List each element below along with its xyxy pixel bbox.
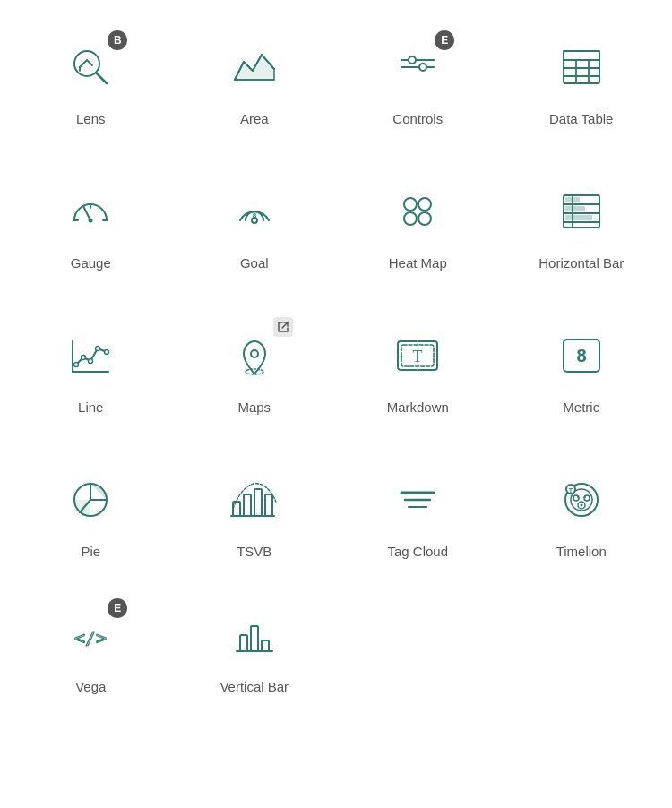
horizontal-bar-icon-wrap (550, 180, 613, 243)
metric-icon: 8 (558, 332, 605, 379)
lens-label: Lens (76, 111, 106, 126)
lens-item[interactable]: B Lens (9, 18, 173, 135)
svg-text:8: 8 (576, 346, 586, 365)
line-icon-wrap (59, 324, 122, 387)
goal-item[interactable]: 8 Goal (173, 162, 337, 279)
svg-rect-74 (240, 635, 247, 651)
svg-rect-76 (262, 640, 269, 651)
metric-icon-wrap: 8 (550, 324, 613, 387)
line-item[interactable]: Line (9, 306, 173, 424)
tsvb-label: TSVB (237, 544, 271, 559)
tsvb-item[interactable]: TSVB (173, 451, 337, 568)
heat-map-label: Heat Map (389, 255, 447, 271)
lens-icon-wrap: B (59, 36, 122, 99)
heat-map-item[interactable]: Heat Map (336, 162, 500, 279)
controls-item[interactable]: E Controls (336, 18, 500, 135)
svg-point-66 (573, 495, 579, 501)
tsvb-icon (228, 477, 281, 523)
horizontal-bar-label: Horizontal Bar (538, 255, 624, 271)
area-icon-wrap (223, 36, 286, 99)
svg-rect-8 (564, 51, 599, 83)
tsvb-icon-wrap (223, 468, 286, 531)
maps-icon (231, 332, 278, 379)
svg-point-38 (89, 359, 93, 364)
pie-label: Pie (81, 544, 100, 559)
timelion-item[interactable]: T Timelion (500, 451, 664, 568)
controls-icon-wrap: E (386, 36, 449, 99)
svg-point-69 (577, 496, 579, 498)
data-table-icon-wrap (550, 36, 613, 99)
svg-rect-55 (244, 494, 251, 516)
vertical-bar-icon (231, 612, 278, 658)
tag-cloud-label: Tag Cloud (387, 544, 448, 559)
lens-badge: B (108, 30, 127, 50)
svg-point-25 (418, 212, 431, 225)
svg-text:T: T (569, 487, 573, 494)
empty-3 (336, 586, 500, 703)
svg-rect-31 (565, 215, 592, 220)
external-link-icon (277, 321, 289, 333)
svg-point-36 (74, 363, 79, 367)
markdown-icon-wrap: T (386, 324, 449, 387)
goal-label: Goal (240, 255, 269, 271)
svg-text:8: 8 (253, 211, 257, 219)
area-icon (231, 44, 278, 90)
svg-point-22 (404, 198, 417, 211)
vega-label: Vega (75, 679, 106, 694)
tag-cloud-icon (394, 477, 441, 523)
svg-line-15 (83, 206, 90, 220)
markdown-icon: T (394, 332, 441, 379)
pie-icon-wrap (59, 468, 122, 531)
area-label: Area (240, 111, 269, 126)
svg-point-40 (105, 350, 109, 355)
svg-rect-30 (565, 206, 585, 211)
heat-map-icon-wrap (386, 180, 449, 243)
heat-map-icon (394, 188, 441, 235)
svg-point-39 (96, 347, 100, 351)
lens-icon (67, 44, 114, 90)
maps-item[interactable]: Maps (173, 306, 337, 424)
svg-point-24 (404, 212, 417, 225)
line-icon (67, 332, 114, 379)
gauge-item[interactable]: Gauge (9, 162, 173, 279)
data-table-item[interactable]: Data Table (500, 18, 664, 135)
empty-4 (500, 586, 664, 703)
svg-line-1 (96, 73, 107, 83)
pie-icon (67, 477, 114, 523)
controls-badge: E (435, 30, 454, 50)
vega-item[interactable]: E </> Vega (9, 586, 173, 703)
goal-icon: 8 (231, 188, 278, 235)
svg-point-6 (409, 56, 416, 64)
metric-label: Metric (563, 400, 599, 415)
area-item[interactable]: Area (173, 18, 337, 135)
svg-point-67 (584, 495, 590, 501)
svg-line-41 (282, 322, 288, 328)
bottom-grid: E </> Vega Vertical Bar (0, 586, 672, 730)
controls-label: Controls (392, 111, 443, 126)
svg-rect-57 (265, 494, 272, 516)
vertical-bar-icon-wrap (223, 604, 286, 666)
gauge-label: Gauge (71, 255, 111, 271)
svg-text:</>: </> (74, 627, 107, 649)
markdown-item[interactable]: T Markdown (336, 306, 500, 424)
data-table-icon (558, 44, 605, 90)
timelion-label: Timelion (556, 544, 607, 559)
line-label: Line (78, 400, 103, 415)
svg-point-42 (251, 350, 258, 357)
timelion-icon-wrap: T (550, 468, 613, 531)
svg-text:T: T (413, 348, 423, 365)
pie-item[interactable]: Pie (9, 451, 173, 568)
markdown-label: Markdown (387, 400, 449, 415)
vega-badge: E (108, 598, 127, 618)
goal-icon-wrap: 8 (223, 180, 286, 243)
horizontal-bar-icon (558, 188, 605, 235)
svg-point-7 (419, 64, 426, 71)
vertical-bar-label: Vertical Bar (220, 679, 289, 694)
metric-item[interactable]: 8 Metric (500, 306, 664, 424)
horizontal-bar-item[interactable]: Horizontal Bar (500, 162, 664, 279)
timelion-icon: T (558, 477, 605, 523)
vega-icon-wrap: E </> (59, 604, 122, 666)
tag-cloud-item[interactable]: Tag Cloud (336, 451, 500, 568)
vertical-bar-item[interactable]: Vertical Bar (173, 586, 337, 703)
maps-icon-wrap (223, 324, 286, 387)
